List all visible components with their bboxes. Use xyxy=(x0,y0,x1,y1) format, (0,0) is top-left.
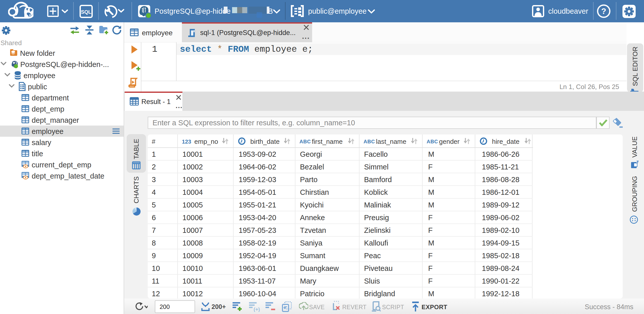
svg-text:?: ? xyxy=(601,7,606,16)
svg-text:SQL: SQL xyxy=(81,9,91,15)
svg-text:(+): (+) xyxy=(254,307,260,312)
